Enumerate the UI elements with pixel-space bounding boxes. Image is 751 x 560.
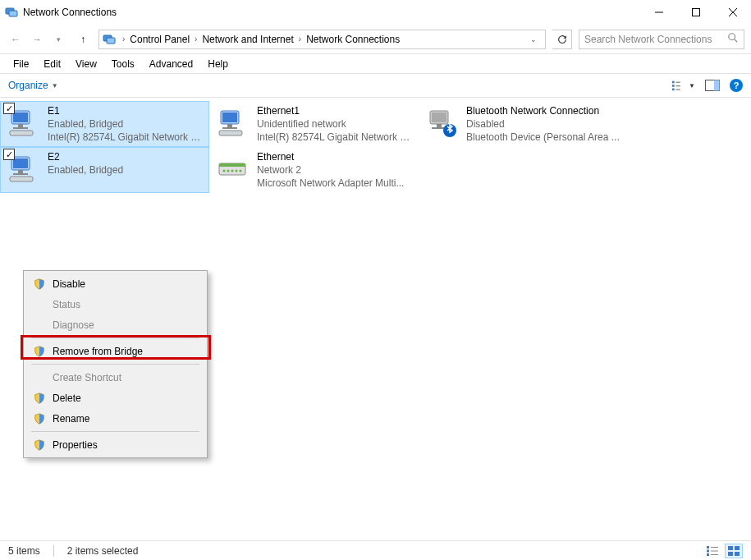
svg-rect-21 [13, 127, 28, 129]
connection-item-ethernet1[interactable]: Ethernet1 Unidentified network Intel(R) … [209, 101, 419, 147]
connection-item-e2[interactable]: E2 Enabled, Bridged [0, 147, 209, 193]
ctx-label: Disable [53, 278, 198, 290]
content-area: E1 Enabled, Bridged Intel(R) 82574L Giga… [0, 98, 751, 558]
menu-view[interactable]: View [69, 57, 103, 71]
ctx-remove-from-bridge[interactable]: Remove from Bridge [26, 341, 204, 361]
app-icon [5, 6, 18, 19]
connection-item-bluetooth[interactable]: Bluetooth Network Connection Disabled Bl… [419, 101, 628, 147]
svg-rect-17 [714, 80, 720, 91]
chevron-right-icon[interactable]: › [295, 34, 305, 44]
up-button[interactable]: ↑ [74, 30, 92, 48]
svg-rect-37 [10, 177, 33, 181]
breadcrumb-control-panel[interactable]: Control Panel [128, 34, 191, 45]
svg-line-9 [735, 39, 738, 43]
connection-status: Enabled, Bridged [48, 163, 204, 177]
refresh-button[interactable] [552, 30, 572, 49]
organize-button[interactable]: Organize ▼ [8, 80, 58, 91]
svg-rect-11 [676, 82, 680, 83]
address-bar: ← → ▾ ↑ › Control Panel › Network and In… [0, 25, 751, 54]
chevron-right-icon[interactable]: › [119, 34, 128, 44]
svg-rect-53 [728, 552, 733, 556]
menu-edit[interactable]: Edit [37, 57, 67, 71]
recent-dropdown[interactable]: ▾ [49, 30, 67, 48]
back-button[interactable]: ← [7, 30, 25, 48]
connection-item-ethernet[interactable]: Ethernet Network 2 Microsoft Network Ada… [209, 147, 419, 193]
connection-status: Disabled [466, 117, 623, 131]
connection-device: Intel(R) 82574L Gigabit Network C... [257, 131, 414, 144]
svg-rect-20 [18, 124, 23, 127]
shield-icon [33, 278, 46, 290]
ctx-delete[interactable]: Delete [26, 388, 204, 408]
shield-icon [33, 392, 46, 404]
menu-file[interactable]: File [7, 57, 35, 71]
address-dropdown[interactable]: ⌄ [525, 35, 542, 44]
view-options-button[interactable]: ▼ [672, 80, 695, 91]
connection-status: Unidentified network [257, 117, 414, 131]
minimize-button[interactable] [640, 0, 677, 24]
svg-rect-49 [707, 553, 709, 556]
ctx-create-shortcut[interactable]: Create Shortcut [26, 367, 204, 388]
network-adapter-icon [5, 150, 41, 186]
svg-point-40 [223, 170, 226, 172]
svg-rect-3 [692, 8, 699, 16]
menu-bar: File Edit View Tools Advanced Help [0, 54, 751, 73]
ctx-disable[interactable]: Disable [26, 273, 204, 294]
connection-status: Network 2 [257, 163, 414, 177]
shield-icon [33, 413, 46, 425]
svg-rect-46 [711, 547, 718, 548]
search-box[interactable] [579, 30, 744, 49]
preview-pane-button[interactable] [705, 80, 720, 91]
svg-rect-14 [672, 89, 675, 91]
svg-rect-24 [222, 112, 237, 122]
forward-button[interactable]: → [28, 30, 46, 48]
network-adapter-icon [214, 150, 250, 186]
toolbar: Organize ▼ ▼ ? [0, 73, 751, 98]
search-icon[interactable] [727, 32, 739, 46]
ctx-diagnose[interactable]: Diagnose [26, 314, 204, 335]
ctx-label: Diagnose [53, 319, 198, 331]
svg-rect-52 [735, 546, 740, 550]
chevron-right-icon[interactable]: › [191, 34, 200, 44]
connection-device: Intel(R) 82574L Gigabit Network C... [48, 131, 204, 144]
svg-rect-19 [13, 112, 28, 122]
connection-name: Bluetooth Network Connection [466, 104, 623, 117]
details-view-button[interactable] [703, 544, 721, 558]
close-button[interactable] [714, 0, 751, 24]
ctx-label: Create Shortcut [53, 372, 198, 383]
connection-status: Enabled, Bridged [48, 117, 204, 131]
tiles-view-button[interactable] [725, 544, 743, 558]
network-adapter-icon [5, 104, 41, 140]
breadcrumb-network-connections[interactable]: Network Connections [305, 34, 401, 45]
svg-rect-22 [10, 131, 33, 135]
svg-rect-36 [13, 173, 28, 175]
status-bar: 5 items 2 items selected [0, 540, 751, 560]
window-title: Network Connections [23, 7, 640, 18]
breadcrumb-network-internet[interactable]: Network and Internet [200, 34, 295, 45]
menu-tools[interactable]: Tools [105, 57, 141, 71]
menu-separator [31, 364, 199, 365]
checkbox-icon[interactable] [3, 149, 15, 160]
menu-advanced[interactable]: Advanced [143, 57, 199, 71]
window-controls [640, 0, 751, 24]
svg-rect-47 [707, 549, 709, 552]
chevron-down-icon: ▼ [52, 82, 58, 90]
svg-rect-7 [107, 38, 115, 44]
search-input[interactable] [584, 34, 727, 45]
checkbox-icon[interactable] [3, 103, 15, 114]
svg-rect-45 [707, 546, 709, 549]
svg-rect-10 [672, 81, 675, 84]
svg-rect-29 [432, 112, 446, 122]
help-button[interactable]: ? [730, 79, 743, 92]
address-box[interactable]: › Control Panel › Network and Internet ›… [98, 30, 546, 49]
ctx-rename[interactable]: Rename [26, 408, 204, 429]
ctx-status[interactable]: Status [26, 294, 204, 314]
ctx-properties[interactable]: Properties [26, 434, 204, 455]
maximize-button[interactable] [677, 0, 714, 24]
connection-name: E2 [48, 150, 204, 163]
menu-help[interactable]: Help [201, 57, 235, 71]
svg-rect-30 [437, 124, 442, 127]
svg-rect-13 [676, 85, 680, 86]
connection-item-e1[interactable]: E1 Enabled, Bridged Intel(R) 82574L Giga… [0, 101, 209, 147]
svg-rect-27 [219, 131, 242, 135]
svg-rect-39 [219, 163, 245, 167]
